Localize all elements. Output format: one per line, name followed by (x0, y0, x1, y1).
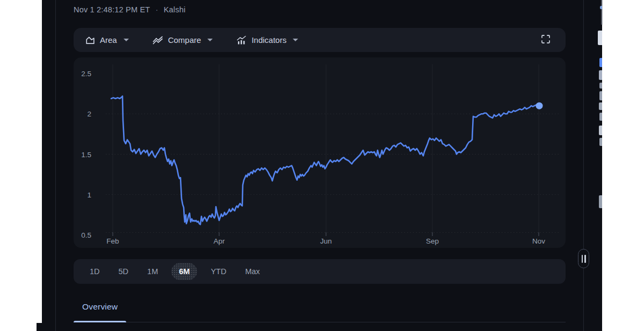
right-panel-scrollbar[interactable] (601, 0, 603, 25)
quote-meta-row: Nov 1 2:48:12 PM ET · Kalshi (74, 5, 185, 14)
price-chart-canvas[interactable]: 2.521.510.5FebAprJunSepNov (74, 57, 566, 248)
indicators-dropdown[interactable]: Indicators (236, 35, 298, 45)
clipped-content-fragment (599, 83, 602, 89)
range-button-ytd[interactable]: YTD (205, 263, 231, 280)
right-column-divider[interactable] (583, 0, 584, 331)
x-axis-label: Nov (532, 237, 545, 245)
chevron-down-icon (207, 39, 213, 41)
dot-separator: · (155, 5, 158, 14)
fullscreen-icon (541, 38, 551, 46)
clipped-content-fragment (599, 126, 602, 135)
x-axis-label: Sep (426, 237, 439, 245)
range-button-5d[interactable]: 5D (113, 263, 134, 280)
area-chart-icon (85, 35, 95, 45)
screenshot-root: Nov 1 2:48:12 PM ET · Kalshi Area (0, 0, 644, 331)
price-line (111, 96, 539, 224)
indicators-icon (236, 35, 247, 45)
y-axis-label: 1 (87, 191, 91, 199)
range-button-6m[interactable]: 6M (171, 263, 197, 280)
clipped-content-fragment (599, 91, 602, 100)
fullscreen-button[interactable] (539, 32, 553, 48)
y-axis-label: 2 (87, 110, 91, 118)
compare-dropdown[interactable]: Compare (153, 35, 213, 45)
y-axis-label: 0.5 (81, 231, 91, 239)
time-range-bar: 1D5D1M6MYTDMax (74, 259, 566, 284)
chevron-down-icon (124, 39, 129, 41)
tab-overview[interactable]: Overview (74, 298, 126, 322)
chart-type-label: Area (100, 35, 117, 45)
quote-timestamp: Nov 1 2:48:12 PM ET (74, 5, 150, 14)
clipped-content-fragment (599, 70, 602, 80)
clipped-content-fragment (599, 58, 602, 67)
chart-type-dropdown[interactable]: Area (85, 35, 129, 45)
last-price-marker[interactable] (536, 102, 543, 109)
price-chart[interactable]: 2.521.510.5FebAprJunSepNov (74, 57, 566, 248)
range-button-1d[interactable]: 1D (84, 263, 105, 280)
chart-toolbar: Area Compare (74, 28, 566, 52)
x-axis-label: Apr (213, 237, 225, 245)
section-tabs: Overview (74, 298, 566, 322)
compare-lines-icon (153, 35, 163, 45)
drag-handle-icon (584, 255, 586, 263)
quote-source: Kalshi (164, 5, 186, 14)
range-button-1m[interactable]: 1M (142, 263, 163, 280)
clipped-content-fragment (599, 113, 602, 121)
panel-resize-handle[interactable] (578, 249, 589, 268)
clipped-content-fragment (599, 195, 602, 208)
y-axis-label: 2.5 (81, 70, 91, 78)
clipped-content-fragment (598, 31, 602, 45)
drag-handle-icon (582, 255, 583, 263)
chevron-down-icon (293, 39, 298, 41)
compare-label: Compare (168, 35, 201, 45)
indicators-label: Indicators (251, 35, 286, 45)
chart-module: Nov 1 2:48:12 PM ET · Kalshi Area (74, 0, 566, 331)
x-axis-label: Feb (106, 237, 119, 245)
range-button-max[interactable]: Max (240, 263, 265, 280)
left-column-divider (55, 0, 56, 331)
clipped-content-fragment (599, 102, 602, 110)
y-axis-label: 1.5 (81, 151, 91, 159)
clipped-content-fragment (599, 138, 602, 146)
clipped-content-fragment (600, 6, 602, 9)
x-axis-label: Jun (320, 237, 332, 245)
